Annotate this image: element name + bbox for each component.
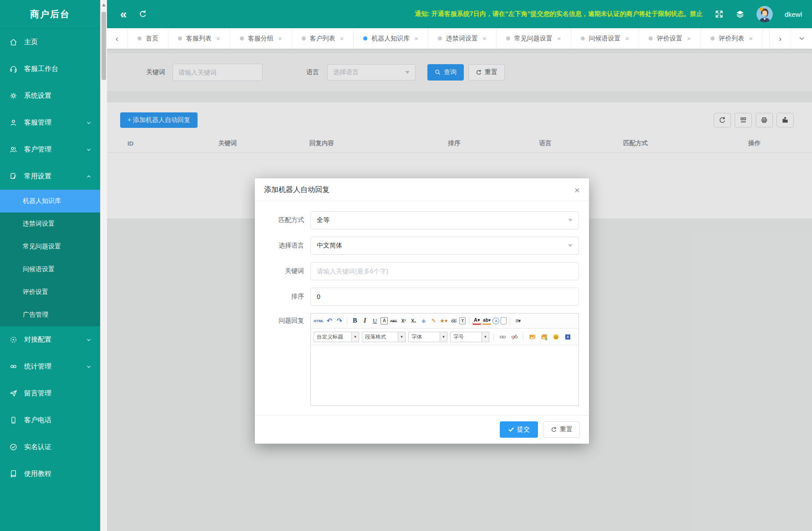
sidebar-subitem[interactable]: 机器人知识库 bbox=[0, 190, 100, 212]
editor-select[interactable]: 自定义标题 ▼ bbox=[314, 332, 359, 342]
tab-close-icon[interactable]: × bbox=[482, 35, 487, 42]
sidebar-item[interactable]: 客户电话 bbox=[0, 407, 100, 434]
print-icon[interactable] bbox=[756, 113, 773, 127]
tab[interactable]: 评价设置 × bbox=[639, 28, 701, 49]
editor-select[interactable]: 字号 ▼ bbox=[450, 332, 489, 342]
layers-icon[interactable] bbox=[736, 10, 745, 19]
tab-close-icon[interactable]: × bbox=[557, 35, 561, 42]
sidebar-item-label: 使用教程 bbox=[24, 470, 51, 478]
link-icon[interactable] bbox=[498, 332, 507, 341]
underline-icon[interactable]: U bbox=[370, 316, 379, 325]
keyword-input[interactable] bbox=[173, 64, 263, 81]
avatar[interactable] bbox=[756, 6, 773, 22]
strikethrough-icon[interactable]: ABC bbox=[389, 316, 398, 325]
sidebar-item[interactable]: 实名认证 bbox=[0, 434, 100, 460]
editor-toolbar-row1: HTML ↶ ↷ B I U bbox=[311, 314, 579, 329]
video-icon[interactable] bbox=[563, 332, 572, 341]
tab[interactable]: 评价列表 × bbox=[701, 28, 763, 49]
tabs-scroll-right-icon[interactable]: › bbox=[769, 28, 791, 49]
tab[interactable]: 机器人知识库 × bbox=[354, 28, 428, 49]
scroll-up-icon[interactable] bbox=[102, 4, 106, 6]
sidebar-item[interactable]: 客服管理 bbox=[0, 109, 100, 136]
tab-close-icon[interactable]: × bbox=[625, 35, 629, 42]
multi-image-icon[interactable] bbox=[539, 332, 548, 341]
sidebar-subitem[interactable]: 评价设置 bbox=[0, 281, 100, 303]
sidebar-item[interactable]: 系统设置 bbox=[0, 82, 100, 109]
tab-close-icon[interactable]: × bbox=[340, 35, 344, 42]
tab[interactable]: 常见问题设置 × bbox=[497, 28, 571, 49]
autotypeset-icon[interactable]: ★▾ bbox=[439, 316, 448, 325]
username[interactable]: dkewl bbox=[785, 10, 802, 18]
editor-content[interactable] bbox=[311, 345, 579, 405]
blockquote-icon[interactable]: 66 bbox=[449, 316, 458, 325]
editor-select[interactable]: 字体 ▼ bbox=[408, 332, 447, 342]
tab[interactable]: 问候语设置 × bbox=[571, 28, 639, 49]
dialog-language-select[interactable]: 中文简体 bbox=[310, 237, 579, 255]
undo-icon[interactable]: ↶ bbox=[325, 316, 334, 325]
subscript-icon[interactable]: X₂ bbox=[409, 316, 418, 325]
sidebar-subitem[interactable]: 问候语设置 bbox=[0, 258, 100, 281]
tab-close-icon[interactable]: × bbox=[278, 35, 282, 42]
fullscreen-icon[interactable] bbox=[715, 10, 724, 19]
sidebar-item[interactable]: 对接配置 bbox=[0, 326, 100, 353]
columns-icon[interactable] bbox=[735, 113, 752, 127]
editor-select[interactable]: 段落格式 ▼ bbox=[362, 332, 406, 342]
add-auto-reply-button[interactable]: + 添加机器人自动回复 bbox=[120, 112, 198, 128]
sidebar-item[interactable]: 客户管理 bbox=[0, 136, 100, 163]
line-height-icon[interactable]: ≡▾ bbox=[513, 316, 522, 325]
sidebar-item[interactable]: 留言管理 bbox=[0, 380, 100, 407]
submit-button[interactable]: 提交 bbox=[500, 421, 538, 438]
vertical-scrollbar[interactable] bbox=[100, 0, 107, 531]
reset-button[interactable]: 重置 bbox=[468, 64, 505, 81]
tab-close-icon[interactable]: × bbox=[414, 35, 418, 42]
sidebar-item[interactable]: 常用设置 bbox=[0, 163, 100, 190]
eraser-icon[interactable]: ◈ bbox=[419, 316, 428, 325]
add-auto-reply-dialog: 添加机器人自动回复 × 匹配方式 全等 选择语言 中文简体 关键词 bbox=[255, 178, 589, 444]
tab[interactable]: 客服列表 × bbox=[168, 28, 230, 49]
export-icon[interactable] bbox=[776, 113, 794, 127]
image-icon[interactable] bbox=[528, 332, 537, 341]
source-icon[interactable]: HTML bbox=[314, 316, 324, 325]
anchor-icon[interactable]: a bbox=[492, 318, 499, 324]
scrollbar-thumb[interactable] bbox=[102, 12, 106, 80]
match-mode-select[interactable]: 全等 bbox=[310, 211, 579, 229]
tab[interactable]: 违禁词设置 × bbox=[428, 28, 497, 49]
sort-input[interactable] bbox=[310, 288, 579, 306]
sidebar-item[interactable]: 主页 bbox=[0, 29, 100, 56]
tab[interactable]: 客户列表 × bbox=[292, 28, 354, 49]
search-button[interactable]: 查询 bbox=[427, 64, 464, 81]
close-icon[interactable]: × bbox=[574, 185, 580, 195]
sidebar-subitem[interactable]: 违禁词设置 bbox=[0, 212, 100, 235]
new-page-icon[interactable] bbox=[501, 317, 507, 324]
bold-icon[interactable]: B bbox=[350, 316, 359, 325]
sidebar-item[interactable]: 使用教程 bbox=[0, 460, 100, 487]
tab-close-icon[interactable]: × bbox=[749, 35, 753, 42]
tab-close-icon[interactable]: × bbox=[687, 35, 691, 42]
paste-word-icon[interactable]: T bbox=[459, 317, 466, 324]
format-brush-icon[interactable]: ✎ bbox=[429, 316, 438, 325]
sidebar-subitem[interactable]: 广告管理 bbox=[0, 303, 100, 326]
collapse-sidebar-icon[interactable]: « bbox=[120, 8, 127, 20]
italic-icon[interactable]: I bbox=[360, 316, 369, 325]
sidebar-menu: 主页 客服工作台 系统设置 bbox=[0, 29, 100, 487]
superscript-icon[interactable]: X² bbox=[399, 316, 408, 325]
tab[interactable]: 首页 × bbox=[128, 28, 168, 49]
refresh-page-icon[interactable] bbox=[138, 10, 147, 19]
dialog-keyword-input[interactable] bbox=[310, 262, 579, 280]
tab-close-icon[interactable]: × bbox=[216, 35, 220, 42]
tab[interactable]: 客服分组 × bbox=[230, 28, 292, 49]
sidebar-subitem[interactable]: 常见问题设置 bbox=[0, 235, 100, 258]
highlight-icon[interactable]: ab▾ bbox=[482, 317, 491, 325]
tabs-scroll-left-icon[interactable]: ‹ bbox=[107, 28, 128, 49]
refresh-table-icon[interactable] bbox=[714, 113, 731, 127]
font-color-icon[interactable]: A▾ bbox=[472, 317, 481, 325]
emoji-icon[interactable] bbox=[551, 332, 560, 341]
dialog-reset-button[interactable]: 重置 bbox=[543, 421, 580, 438]
font-border-icon[interactable]: A bbox=[381, 317, 388, 324]
unlink-icon[interactable] bbox=[510, 332, 519, 341]
language-select[interactable]: 选择语言 bbox=[327, 64, 416, 81]
sidebar-item[interactable]: 统计管理 bbox=[0, 353, 100, 380]
tabs-menu-icon[interactable] bbox=[791, 28, 812, 49]
sidebar-item[interactable]: 客服工作台 bbox=[0, 56, 100, 82]
redo-icon[interactable]: ↷ bbox=[335, 316, 344, 325]
